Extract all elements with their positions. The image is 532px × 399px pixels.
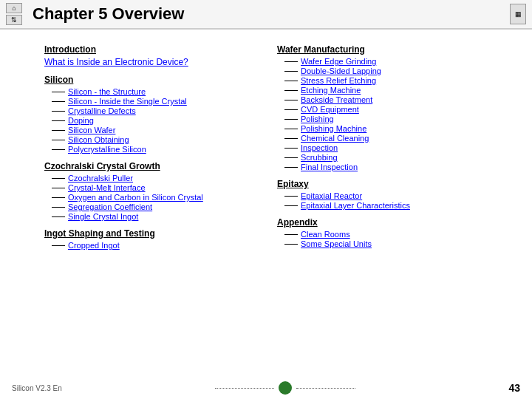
item-line-decoration bbox=[52, 111, 65, 112]
footer-center bbox=[62, 381, 509, 395]
list-item: Crystalline Defects bbox=[52, 106, 255, 115]
list-item: Etching Machine bbox=[284, 86, 488, 95]
item-link[interactable]: Epitaxial Reactor bbox=[301, 191, 362, 200]
list-item: Inspection bbox=[284, 143, 488, 152]
list-item: Polishing bbox=[284, 115, 488, 123]
list-item: Double-Sided Lapping bbox=[284, 66, 488, 75]
item-line-decoration bbox=[52, 216, 65, 217]
list-item: Single Crystal Ingot bbox=[52, 212, 255, 221]
item-line-decoration bbox=[284, 148, 298, 149]
item-line-decoration bbox=[284, 138, 298, 139]
item-link[interactable]: Double-Sided Lapping bbox=[301, 66, 381, 75]
item-link[interactable]: Oxygen and Carbon in Silicon Crystal bbox=[68, 193, 203, 202]
nav-icons-left: ⌂ ⇅ bbox=[6, 3, 22, 25]
footer: Silicon V2.3 En 43 bbox=[0, 381, 532, 395]
item-link[interactable]: Polishing bbox=[301, 115, 334, 123]
grid-icon[interactable]: ▦ bbox=[510, 4, 526, 24]
list-item: Final Inspection bbox=[284, 163, 488, 171]
list-item: Oxygen and Carbon in Silicon Crystal bbox=[52, 193, 255, 202]
item-link[interactable]: Czochralski Puller bbox=[68, 174, 133, 183]
section-header-introduction[interactable]: Introduction bbox=[44, 44, 255, 55]
left-column: IntroductionWhat is Inside an Electronic… bbox=[44, 44, 255, 250]
main-content: IntroductionWhat is Inside an Electronic… bbox=[0, 30, 532, 258]
item-link[interactable]: Polycrystalline Silicon bbox=[68, 145, 146, 154]
list-item: Silicon - Inside the Single Crystal bbox=[52, 97, 255, 106]
item-line-decoration bbox=[284, 119, 298, 120]
item-link[interactable]: Single Crystal Ingot bbox=[68, 212, 138, 221]
list-item: Silicon - the Structure bbox=[52, 87, 255, 96]
list-item: Silicon Obtaining bbox=[52, 135, 255, 144]
item-line-decoration bbox=[52, 101, 65, 102]
item-link[interactable]: Silicon - the Structure bbox=[68, 87, 146, 96]
item-link[interactable]: Silicon Obtaining bbox=[68, 135, 129, 144]
item-link[interactable]: Clean Rooms bbox=[301, 230, 350, 239]
item-line-decoration bbox=[52, 130, 65, 131]
item-link[interactable]: Crystalline Defects bbox=[68, 106, 136, 115]
item-line-decoration bbox=[52, 140, 65, 140]
item-line-decoration bbox=[284, 61, 298, 62]
item-line-decoration bbox=[52, 207, 65, 208]
list-item: Some Special Units bbox=[284, 239, 488, 248]
item-line-decoration bbox=[284, 157, 298, 158]
list-item: Wafer Edge Grinding bbox=[284, 57, 488, 66]
section-header-ingot-shaping[interactable]: Ingot Shaping and Testing bbox=[44, 228, 255, 239]
item-link[interactable]: CVD Equipment bbox=[301, 105, 359, 114]
item-link[interactable]: Backside Treatment bbox=[301, 95, 372, 104]
list-item: Stress Relief Etching bbox=[284, 76, 488, 85]
list-item: Epitaxial Reactor bbox=[284, 191, 488, 200]
footer-label: Silicon V2.3 En bbox=[12, 384, 62, 392]
item-link[interactable]: Chemical Cleaning bbox=[301, 134, 369, 143]
nav-arrows-icon[interactable]: ⇅ bbox=[6, 15, 22, 25]
home-icon[interactable]: ⌂ bbox=[6, 3, 22, 13]
section-header-appendix[interactable]: Appendix bbox=[277, 217, 488, 228]
item-link[interactable]: Stress Relief Etching bbox=[301, 76, 376, 85]
list-item: Segregation Coefficient bbox=[52, 202, 255, 211]
item-line-decoration bbox=[284, 71, 298, 72]
item-line-decoration bbox=[284, 129, 298, 129]
right-column: Wafer ManufacturingWafer Edge GrindingDo… bbox=[277, 44, 488, 250]
item-line-decoration bbox=[284, 196, 298, 197]
item-line-decoration bbox=[284, 90, 298, 91]
item-link[interactable]: Final Inspection bbox=[301, 163, 358, 171]
item-line-decoration bbox=[52, 197, 65, 198]
item-link[interactable]: Epitaxial Layer Characteristics bbox=[301, 201, 410, 210]
item-line-decoration bbox=[52, 120, 65, 121]
section-header-wafer-manufacturing[interactable]: Wafer Manufacturing bbox=[277, 44, 488, 55]
item-link[interactable]: Scrubbing bbox=[301, 153, 338, 162]
list-item: CVD Equipment bbox=[284, 105, 488, 114]
item-link[interactable]: Some Special Units bbox=[301, 239, 372, 248]
item-link[interactable]: Etching Machine bbox=[301, 86, 361, 95]
page-title: Chapter 5 Overview bbox=[33, 4, 184, 24]
item-line-decoration bbox=[52, 188, 65, 188]
list-item: Crystal-Melt Interface bbox=[52, 183, 255, 192]
list-item: Backside Treatment bbox=[284, 95, 488, 104]
item-line-decoration bbox=[52, 178, 65, 179]
list-item: Silicon Wafer bbox=[52, 126, 255, 134]
item-link[interactable]: Segregation Coefficient bbox=[68, 202, 152, 211]
footer-line-left bbox=[215, 388, 274, 389]
item-link[interactable]: Wafer Edge Grinding bbox=[301, 57, 376, 66]
item-line-decoration bbox=[284, 81, 298, 81]
list-item: Cropped Ingot bbox=[52, 241, 255, 250]
item-link[interactable]: Silicon Wafer bbox=[68, 126, 115, 134]
item-line-decoration bbox=[284, 205, 298, 206]
section-header-silicon[interactable]: Silicon bbox=[44, 75, 255, 85]
item-link[interactable]: Silicon - Inside the Single Crystal bbox=[68, 97, 187, 106]
section-header-czochralski[interactable]: Czochralski Crystal Growth bbox=[44, 161, 255, 171]
section-header-epitaxy[interactable]: Epitaxy bbox=[277, 179, 488, 189]
item-line-decoration bbox=[52, 92, 65, 92]
list-item: Epitaxial Layer Characteristics bbox=[284, 201, 488, 210]
item-link[interactable]: Inspection bbox=[301, 143, 338, 152]
item-link[interactable]: Polishing Machine bbox=[301, 124, 366, 133]
item-link[interactable]: Crystal-Melt Interface bbox=[68, 183, 146, 192]
item-link[interactable]: Cropped Ingot bbox=[68, 241, 120, 250]
item-line-decoration bbox=[284, 100, 298, 100]
item-link[interactable]: Doping bbox=[68, 116, 94, 125]
item-line-decoration bbox=[52, 149, 65, 150]
header: ⌂ ⇅ Chapter 5 Overview ▦ bbox=[0, 0, 532, 30]
footer-line-right bbox=[296, 388, 355, 389]
item-line-decoration bbox=[52, 245, 65, 246]
footer-logo bbox=[279, 381, 292, 395]
section-link-what-is-inside[interactable]: What is Inside an Electronic Device? bbox=[44, 57, 255, 67]
page-number: 43 bbox=[508, 382, 520, 394]
